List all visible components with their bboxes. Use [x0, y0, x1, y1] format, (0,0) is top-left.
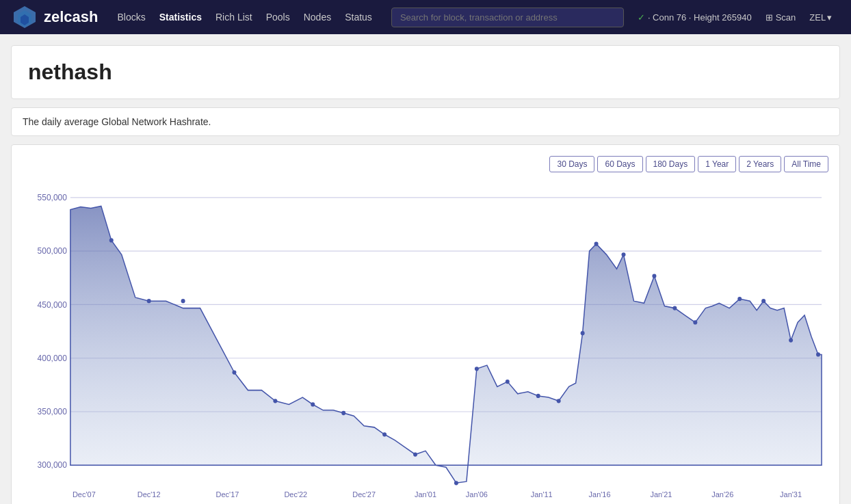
scan-button[interactable]: ⊞ Scan — [765, 12, 796, 23]
x-label-jan26: Jan'26 — [711, 490, 733, 499]
data-point — [536, 394, 540, 398]
data-point — [506, 380, 510, 384]
x-label-jan16: Jan'16 — [589, 490, 611, 499]
y-label-500k: 500,000 — [38, 246, 67, 256]
x-label-jan01: Jan'01 — [415, 490, 436, 499]
data-point — [413, 452, 417, 456]
nav-status[interactable]: Status — [339, 9, 378, 25]
x-label-dec22: Dec'22 — [284, 490, 307, 499]
chart-container: 30 Days 60 Days 180 Days 1 Year 2 Years … — [11, 144, 840, 504]
data-point — [232, 370, 236, 374]
x-label-dec07: Dec'07 — [73, 490, 96, 499]
data-point — [341, 411, 345, 415]
data-point — [816, 352, 820, 356]
conn-status: ✓ · Conn 76 · Height 265940 — [638, 12, 752, 23]
nav-pools[interactable]: Pools — [261, 9, 296, 25]
data-point — [581, 331, 585, 335]
x-label-dec17: Dec'17 — [216, 490, 239, 499]
data-point — [652, 274, 656, 278]
x-label-jan31: Jan'31 — [780, 490, 802, 499]
zel-dropdown[interactable]: ZEL ▾ — [809, 12, 832, 23]
conn-check-icon: ✓ — [638, 12, 645, 23]
chart-area: 550,000 500,000 450,000 400,000 350,000 … — [23, 183, 828, 504]
y-label-400k: 400,000 — [38, 354, 67, 363]
btn-2years[interactable]: 2 Years — [739, 156, 781, 172]
chevron-down-icon: ▾ — [827, 12, 832, 23]
data-point — [454, 481, 458, 485]
data-point — [311, 402, 315, 406]
data-point — [672, 306, 677, 310]
data-point — [594, 242, 599, 246]
btn-60days[interactable]: 60 Days — [597, 156, 642, 172]
btn-alltime[interactable]: All Time — [784, 156, 828, 172]
nav-links: Blocks Statistics Rich List Pools Nodes … — [112, 9, 378, 25]
data-point — [273, 399, 277, 403]
main-content: nethash The daily average Global Network… — [0, 34, 851, 504]
brand-logo-link[interactable]: zelcash — [11, 3, 99, 31]
chart-controls: 30 Days 60 Days 180 Days 1 Year 2 Years … — [23, 156, 828, 172]
data-point — [382, 432, 387, 436]
x-label-jan11: Jan'11 — [531, 490, 553, 499]
nav-statistics[interactable]: Statistics — [154, 9, 207, 25]
nav-blocks[interactable]: Blocks — [112, 9, 151, 25]
y-label-300k: 300,000 — [38, 460, 67, 470]
chart-svg: 550,000 500,000 450,000 400,000 350,000 … — [23, 183, 828, 504]
brand-logo-icon — [11, 3, 38, 31]
data-point — [622, 252, 626, 256]
x-label-jan06: Jan'06 — [466, 490, 488, 499]
nav-richlist[interactable]: Rich List — [210, 9, 258, 25]
data-point — [693, 320, 697, 324]
subtitle-box: The daily average Global Network Hashrat… — [11, 107, 840, 136]
x-label-jan21: Jan'21 — [650, 490, 672, 499]
subtitle-text: The daily average Global Network Hashrat… — [23, 116, 211, 127]
btn-180days[interactable]: 180 Days — [646, 156, 696, 172]
y-label-450k: 450,000 — [38, 300, 67, 309]
y-label-350k: 350,000 — [38, 407, 67, 416]
data-point — [761, 299, 765, 303]
data-point — [475, 367, 479, 371]
data-point — [557, 399, 561, 403]
data-point — [109, 238, 114, 242]
scan-icon: ⊞ — [765, 12, 773, 23]
data-point — [147, 299, 151, 303]
search-input[interactable] — [391, 8, 624, 27]
data-point — [789, 338, 793, 342]
data-point — [181, 299, 185, 303]
btn-30days[interactable]: 30 Days — [549, 156, 594, 172]
x-label-dec12: Dec'12 — [138, 490, 161, 499]
page-title: nethash — [28, 59, 823, 85]
brand-name: zelcash — [44, 8, 99, 26]
btn-1year[interactable]: 1 Year — [698, 156, 736, 172]
chart-area-fill — [70, 206, 822, 483]
page-title-box: nethash — [11, 45, 840, 99]
x-label-dec27: Dec'27 — [352, 490, 376, 499]
conn-label: · Conn 76 · Height 265940 — [648, 12, 752, 23]
data-point — [737, 297, 742, 301]
nav-nodes[interactable]: Nodes — [298, 9, 337, 25]
y-label-550k: 550,000 — [38, 193, 67, 202]
